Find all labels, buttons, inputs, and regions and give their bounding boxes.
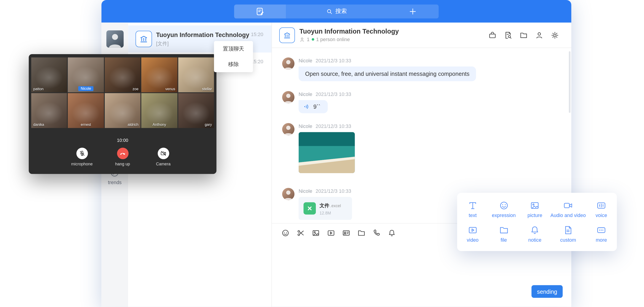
participant-name: aldrich — [128, 123, 138, 127]
participant-name: danika — [33, 123, 44, 127]
panel-item-label: custom — [560, 237, 576, 243]
audio-video-icon — [563, 200, 573, 210]
panel-item-label: video — [467, 237, 479, 243]
sender-avatar[interactable] — [282, 188, 294, 200]
panel-item-label: notice — [528, 237, 542, 243]
menu-item-pin-chat[interactable]: 置顶聊天 — [214, 41, 253, 57]
panel-item-label: voice — [596, 212, 607, 218]
message-meta: Nicole 2021/12/3 10:33 — [299, 188, 352, 194]
video-tile: patton — [31, 57, 67, 92]
participant-name: stellar — [202, 87, 212, 91]
hang-up-button[interactable] — [117, 148, 128, 159]
smiley-icon — [281, 229, 290, 237]
text-icon — [468, 200, 478, 210]
phone-hangup-icon — [120, 150, 126, 157]
chat-subtitle: 1 1 person online — [299, 36, 484, 42]
file-name: 文件 — [320, 203, 329, 208]
call-button[interactable] — [372, 229, 381, 237]
participant-name: zoe — [132, 87, 138, 91]
compose-button[interactable] — [234, 4, 286, 18]
image-button[interactable] — [312, 229, 320, 237]
message-meta: Nicole 2021/12/3 10:33 — [299, 91, 351, 97]
camera-control: Camera — [150, 148, 176, 166]
message-type-panel: text expression picture Audio and video … — [457, 193, 617, 251]
participant-name: gary — [205, 123, 212, 127]
panel-item-label: text — [468, 212, 476, 218]
screenshot-button[interactable] — [296, 229, 305, 237]
building-icon — [283, 31, 291, 39]
folder-icon — [520, 31, 528, 39]
video-icon — [468, 225, 478, 235]
panel-item-more[interactable]: more — [586, 222, 617, 246]
scissors-icon — [296, 229, 305, 237]
video-tile: ernest — [68, 93, 104, 128]
panel-item-text[interactable]: text — [457, 197, 488, 222]
contact-card-button[interactable] — [342, 229, 350, 237]
mic-off-icon — [79, 150, 85, 157]
file-button[interactable] — [357, 229, 366, 237]
search-icon — [326, 8, 332, 15]
scrollbar[interactable] — [569, 51, 570, 113]
mute-mic-button[interactable] — [76, 148, 88, 159]
panel-item-custom[interactable]: custom — [550, 222, 586, 246]
panel-item-notice[interactable]: notice — [519, 222, 550, 246]
my-avatar[interactable] — [106, 30, 123, 47]
call-timer: 10:00 — [31, 138, 214, 143]
participant-name: ernest — [81, 123, 91, 127]
panel-item-video[interactable]: video — [457, 222, 488, 246]
video-tile: Nicole — [68, 57, 104, 92]
members-icon — [299, 37, 304, 42]
panel-item-expression[interactable]: expression — [488, 197, 519, 222]
file-message-card[interactable]: 文件.excel 12.8M — [299, 197, 352, 220]
group-file-button[interactable] — [520, 31, 528, 39]
expression-icon — [499, 200, 508, 210]
sender-avatar[interactable] — [282, 57, 294, 70]
conversation-time: 15:20 — [251, 31, 263, 37]
screen: 搜索 — [0, 0, 644, 307]
menu-item-remove[interactable]: 移除 — [214, 57, 253, 72]
group-notice-button[interactable] — [488, 31, 496, 39]
compose-note-icon — [256, 7, 264, 16]
sender-avatar[interactable] — [282, 91, 294, 103]
chat-record-search-button[interactable] — [504, 31, 512, 39]
image-icon — [312, 229, 320, 237]
emoji-button[interactable] — [281, 229, 290, 237]
custom-icon — [563, 225, 573, 235]
sender-avatar[interactable] — [282, 123, 294, 135]
camera-off-button[interactable] — [158, 148, 169, 159]
message-image: Nicole 2021/12/3 10:33 — [282, 123, 571, 173]
panel-item-audio-video[interactable]: Audio and video — [550, 197, 586, 222]
chat-panel: Tuoyun Information Technology 1 1 person… — [272, 23, 571, 307]
panel-item-file[interactable]: file — [488, 222, 519, 246]
participant-name: patton — [33, 87, 44, 91]
image-message-beach[interactable] — [299, 132, 355, 173]
sound-waves-icon — [304, 103, 310, 110]
message-sender: Nicole — [299, 58, 312, 63]
panel-item-voice[interactable]: voice — [586, 197, 617, 222]
panel-item-picture[interactable]: picture — [519, 197, 550, 222]
panel-item-label: picture — [527, 212, 542, 218]
mic-label: microphone — [71, 162, 92, 166]
id-card-icon — [342, 229, 350, 237]
picture-icon — [530, 200, 540, 210]
more-icon — [596, 225, 606, 235]
search-bar[interactable]: 搜索 — [286, 7, 387, 15]
notice-button[interactable] — [388, 229, 396, 237]
message-input-area[interactable]: sending — [272, 242, 571, 307]
send-button[interactable]: sending — [532, 285, 562, 298]
phone-icon — [372, 229, 381, 237]
members-button[interactable] — [535, 31, 544, 39]
message-time: 2021/12/3 10:33 — [316, 58, 351, 63]
text-message-bubble: Open source, free, and universal instant… — [299, 66, 476, 81]
avatar-silhouette-icon — [282, 188, 294, 200]
video-button[interactable] — [327, 229, 335, 237]
video-tile: danika — [31, 93, 67, 128]
beach-photo — [299, 132, 355, 173]
settings-button[interactable] — [551, 31, 559, 39]
message-text: Nicole 2021/12/3 10:33 Open source, free… — [282, 57, 571, 81]
add-button[interactable] — [387, 7, 439, 15]
doc-search-icon — [504, 31, 512, 39]
chat-header-info: Tuoyun Information Technology 1 1 person… — [299, 28, 484, 42]
voice-message-bubble[interactable]: 9`` — [299, 100, 328, 113]
video-film-icon — [327, 229, 335, 237]
